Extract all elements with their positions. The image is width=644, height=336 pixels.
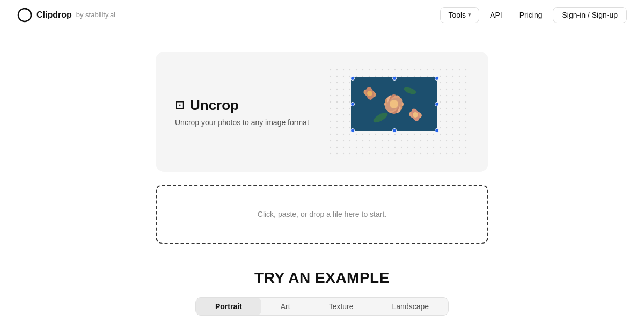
drop-zone-text: Click, paste, or drop a file here to sta… xyxy=(258,210,386,218)
flower-illustration xyxy=(351,77,437,131)
api-link[interactable]: API xyxy=(484,8,509,23)
handle-top-left xyxy=(350,76,355,81)
tools-button[interactable]: Tools ▾ xyxy=(440,7,479,23)
brand-name: Clipdrop xyxy=(36,10,72,20)
handle-top-right xyxy=(435,76,439,81)
handle-left-mid xyxy=(350,102,355,106)
clipdrop-logo-icon xyxy=(17,8,32,23)
hero-card-left: ⊡ Uncrop Uncrop your photos to any image… xyxy=(175,97,309,127)
main-content: ⊡ Uncrop Uncrop your photos to any image… xyxy=(0,30,644,316)
navbar: Clipdrop by stability.ai Tools ▾ API Pri… xyxy=(0,0,644,30)
hero-image-preview xyxy=(330,69,469,155)
handle-bottom-mid xyxy=(392,128,397,133)
tab-art[interactable]: Art xyxy=(261,298,310,315)
drop-zone[interactable]: Click, paste, or drop a file here to sta… xyxy=(156,185,488,244)
tab-portrait[interactable]: Portrait xyxy=(196,298,261,315)
uncrop-icon: ⊡ xyxy=(175,98,185,112)
hero-subtitle: Uncrop your photos to any image format xyxy=(175,118,309,127)
handle-bottom-left xyxy=(350,128,355,133)
handle-right-mid xyxy=(435,102,439,106)
tab-texture[interactable]: Texture xyxy=(310,298,373,315)
svg-point-10 xyxy=(390,100,398,108)
pricing-link[interactable]: Pricing xyxy=(513,8,549,23)
tools-label: Tools xyxy=(448,11,466,19)
try-example-section: TRY AN EXAMPLE Portrait Art Texture Land… xyxy=(195,269,449,316)
tab-landscape[interactable]: Landscape xyxy=(373,298,449,315)
signin-button[interactable]: Sign-in / Sign-up xyxy=(553,7,627,23)
hero-card: ⊡ Uncrop Uncrop your photos to any image… xyxy=(156,52,488,172)
navbar-logo-area: Clipdrop by stability.ai xyxy=(17,8,115,23)
flower-image xyxy=(351,77,437,131)
navbar-actions: Tools ▾ API Pricing Sign-in / Sign-up xyxy=(440,7,627,23)
try-section-title: TRY AN EXAMPLE xyxy=(254,269,390,287)
hero-title: Uncrop xyxy=(190,97,239,114)
svg-point-13 xyxy=(367,91,372,96)
chevron-down-icon: ▾ xyxy=(468,11,471,18)
svg-point-16 xyxy=(413,112,418,118)
example-tabs: Portrait Art Texture Landscape xyxy=(195,297,449,316)
handle-bottom-right xyxy=(435,128,439,133)
handle-top-mid xyxy=(392,76,397,81)
brand-by: by stability.ai xyxy=(76,11,115,19)
hero-title-row: ⊡ Uncrop xyxy=(175,97,309,114)
